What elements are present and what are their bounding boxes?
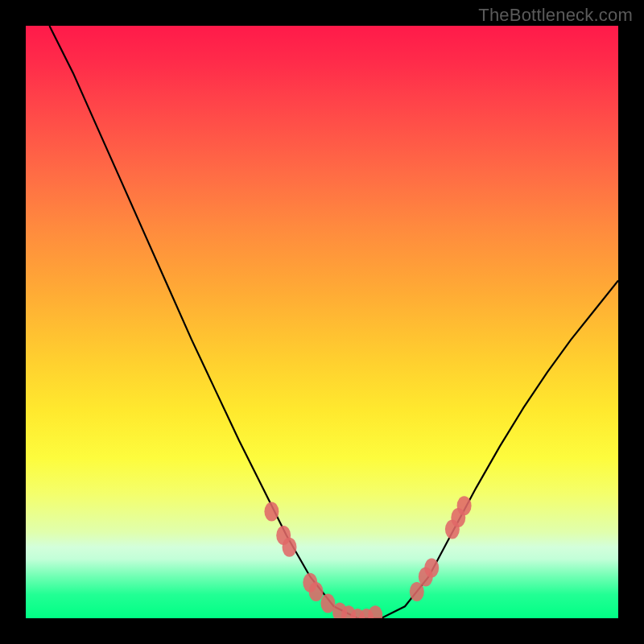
watermark-text: TheBottleneck.com <box>478 5 633 26</box>
chart-plot-area <box>26 26 618 618</box>
data-point-marker <box>264 502 279 522</box>
data-point-markers <box>26 26 618 618</box>
data-point-marker <box>368 605 382 618</box>
data-point-marker <box>457 496 472 515</box>
data-point-marker <box>309 582 324 601</box>
data-point-marker <box>424 558 439 577</box>
data-point-marker <box>283 538 297 557</box>
